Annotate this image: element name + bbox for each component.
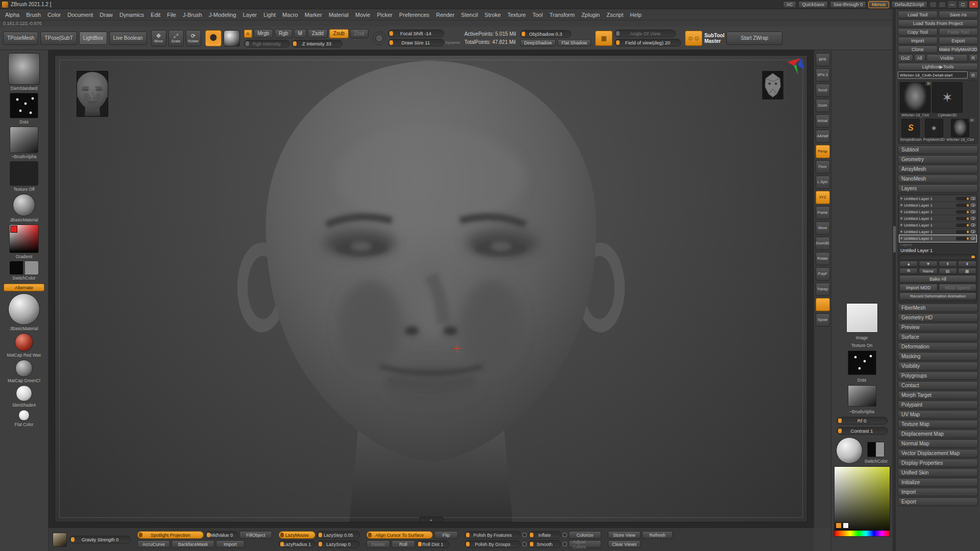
menu-item[interactable]: Render (436, 12, 454, 18)
layer-name[interactable]: Untitled Layer 1 (904, 210, 954, 214)
primary-swatch[interactable] (836, 522, 842, 529)
dynamic-label[interactable]: Dynamic (446, 40, 460, 45)
menu-item[interactable]: Stroke (484, 12, 501, 18)
palette-section[interactable]: Normal Map (898, 439, 978, 448)
close-icon[interactable]: ✕ (969, 1, 978, 8)
layer-merge-icon[interactable]: ▤ (939, 268, 957, 274)
shelf-thumb-icon[interactable] (10, 261, 38, 274)
secondary-swatch[interactable] (843, 522, 849, 529)
document-canvas[interactable]: ▲ (55, 55, 807, 522)
goz-visible-button[interactable]: Visible (926, 54, 968, 62)
menu-item[interactable]: Macro (282, 12, 298, 18)
palette-section[interactable]: Contact (898, 381, 978, 390)
shelf-item[interactable]: ~BrushAlpha (10, 127, 38, 159)
live-boolean-button[interactable]: Live Boolean (109, 32, 147, 45)
shelf-thumb-icon[interactable] (9, 224, 39, 253)
layer-name-button[interactable]: Name (919, 268, 937, 274)
shelf-item[interactable]: SkinShade4 (12, 385, 36, 408)
angle-of-view-slider[interactable]: Angle Of View (615, 30, 676, 37)
shelf-item[interactable]: Dots (10, 93, 38, 124)
lazysnap-slider[interactable]: LazySnap 0 (317, 540, 360, 548)
polish-groups-slider[interactable]: Polish By Groups (464, 540, 521, 548)
ac-button[interactable]: AC (783, 1, 797, 8)
layer-row[interactable]: Untitled Layer 1 (899, 209, 976, 215)
tpose-mesh-button[interactable]: TPoseMesh (3, 32, 38, 45)
right-shelf-button[interactable]: Frame (816, 206, 830, 219)
right-shelf-button[interactable]: BPR (816, 53, 830, 66)
palette-section[interactable]: Visibility (898, 362, 978, 370)
palette-section[interactable]: UV Map (898, 410, 978, 419)
palette-section[interactable]: Texture Map (898, 420, 978, 429)
tool-thumb-icon[interactable] (900, 82, 930, 113)
adjust-colors-button[interactable]: Adjust Colors (569, 540, 601, 548)
quicksave-button[interactable]: QuickSave (798, 1, 828, 8)
align-cursor-button[interactable]: Align Cursor To Surface (366, 531, 433, 539)
menu-item[interactable]: J-Brush (183, 12, 202, 18)
layer-visibility-eye-icon[interactable] (971, 237, 975, 240)
palette-section[interactable]: Deformation (898, 342, 978, 351)
layer-visibility-eye-icon[interactable] (971, 230, 975, 233)
layer-intensity-slider[interactable] (956, 210, 969, 214)
layer-visibility-eye-icon[interactable] (971, 210, 975, 213)
minimize-icon[interactable]: — (948, 1, 957, 8)
import-button[interactable]: Import (216, 540, 244, 548)
draw-size-slider[interactable]: Draw Size 11 (388, 39, 444, 46)
texture-image-thumb[interactable] (846, 303, 878, 333)
menu-item[interactable]: File (167, 12, 176, 18)
palette-section[interactable]: Subtool (898, 145, 978, 154)
layer-split-icon[interactable]: ▦ (958, 268, 976, 274)
layer-intensity-slider[interactable] (956, 237, 969, 240)
color-picker[interactable] (834, 466, 890, 537)
spotlight-projection-button[interactable]: Spotlight Projection (137, 531, 204, 539)
right-shelf-button[interactable]: Floor (816, 160, 830, 173)
shelf-item[interactable]: Alternate (4, 283, 44, 291)
mrgb-button[interactable]: Mrgb (254, 29, 274, 38)
refresh-button[interactable]: Refresh (642, 531, 673, 539)
current-layer-slider[interactable] (899, 254, 976, 260)
polish-features-slider[interactable]: Polish By Features (464, 531, 521, 539)
layers-section-header[interactable]: Layers (898, 184, 978, 193)
layer-row[interactable]: Untitled Layer 1 (899, 222, 976, 229)
rgb-intensity-slider[interactable]: Rgb Intensity (244, 40, 290, 47)
polish-features-toggle-icon[interactable] (522, 533, 527, 537)
fov-slider[interactable]: Field of view(deg) 20 (615, 39, 681, 46)
palette-section[interactable]: Geometry HD (898, 313, 978, 322)
layer-row[interactable]: Untitled Layer 1 (899, 235, 976, 242)
layer-intensity-slider[interactable] (956, 204, 969, 207)
menu-item[interactable]: J-Modeling (209, 12, 236, 18)
shelf-thumb-icon[interactable] (15, 360, 33, 377)
palette-section[interactable]: Preview (898, 323, 978, 332)
layer-visibility-eye-icon[interactable] (971, 223, 975, 227)
load-tool-button[interactable]: Load Tool (898, 11, 938, 18)
polish-groups-toggle-icon[interactable] (522, 542, 527, 546)
bake-all-button[interactable]: Bake All (899, 275, 976, 283)
switchcolor-swatches[interactable] (867, 442, 885, 457)
layer-visibility-eye-icon[interactable] (971, 197, 975, 200)
shelf-thumb-icon[interactable] (8, 53, 40, 85)
layer-control-icon[interactable]: ⇟ (958, 261, 976, 267)
flatshadow-button[interactable]: Flat Shadow (557, 39, 591, 46)
shelf-thumb-icon[interactable] (15, 333, 33, 352)
tool-thumb-icon[interactable] (951, 119, 969, 137)
inflate-toggle-icon[interactable] (562, 533, 567, 537)
clone-button[interactable]: Clone (898, 45, 938, 53)
shelf-item[interactable]: Gradient (9, 224, 39, 259)
layer-row[interactable]: Untitled Layer 1 (899, 202, 976, 209)
right-shelf-button[interactable]: SPix 3 (816, 68, 830, 82)
menu-item[interactable]: Light (263, 12, 276, 18)
tool-thumbnail[interactable]: S SimpleBrush (900, 119, 922, 142)
clear-views-button[interactable]: Clear Views (608, 540, 641, 548)
save-as-button[interactable]: Save As (939, 11, 978, 18)
shelf-thumb-icon[interactable] (10, 93, 38, 118)
objshadow-slider[interactable]: ObjShadow 0.3 (520, 30, 571, 38)
shelf-thumb-icon[interactable] (18, 410, 30, 421)
tool-thumbnail[interactable]: ✶ PolyMesh3D (923, 119, 945, 142)
paint-a-icon[interactable]: A (244, 30, 252, 38)
config-icon[interactable] (939, 2, 946, 8)
roll-button[interactable]: Roll (391, 540, 415, 548)
lightbox-button[interactable]: LightBox (79, 32, 107, 45)
menu-item[interactable]: Help (630, 12, 642, 18)
layer-intensity-slider[interactable] (956, 230, 969, 234)
palette-section[interactable]: FiberMesh (898, 304, 978, 312)
tool-thumb-icon[interactable]: S (901, 119, 920, 137)
